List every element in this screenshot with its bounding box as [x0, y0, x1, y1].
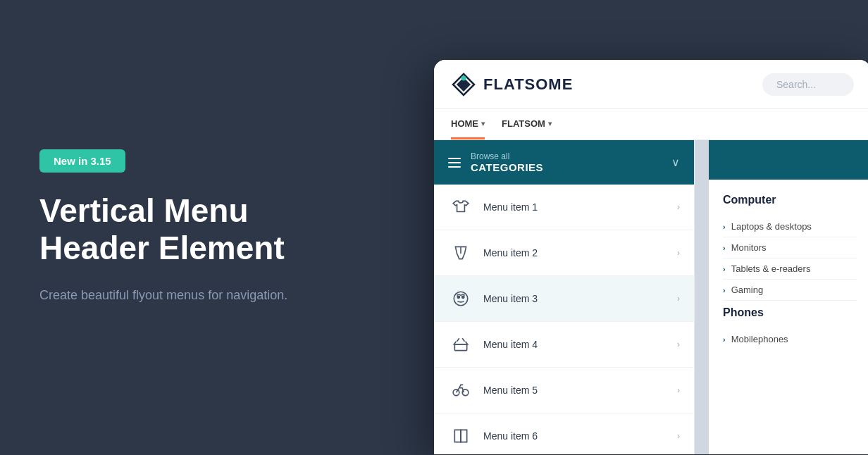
flyout-item-tablets[interactable]: › Tablets & e-readers	[723, 258, 857, 280]
browser-window: FLATSOME Search... HOME ▾ FLATSOM ▾	[434, 60, 868, 454]
nav-flatsome[interactable]: FLATSOM ▾	[502, 109, 552, 139]
phones-section-title: Phones	[723, 306, 857, 319]
nav-flatsome-chevron: ▾	[548, 120, 552, 127]
menu-header[interactable]: Browse all CATEGORIES ∨	[434, 140, 694, 185]
flyout-item-phones[interactable]: › Mobilephones	[723, 329, 857, 349]
flyout-item-monitors[interactable]: › Monitors	[723, 237, 857, 258]
menu-item-4-arrow: ›	[677, 339, 680, 349]
menu-item-1-arrow: ›	[677, 202, 680, 212]
hamburger-icon	[448, 158, 461, 168]
svg-point-5	[457, 296, 459, 298]
svg-point-4	[454, 292, 468, 306]
side-accent	[695, 140, 709, 454]
menu-item-5-arrow: ›	[677, 385, 680, 395]
svg-rect-7	[454, 344, 466, 351]
menu-item-3-label: Menu item 3	[483, 293, 677, 304]
left-panel: New in 3.15 Vertical Menu Header Element…	[0, 0, 434, 455]
main-title: Vertical Menu Header Element	[39, 192, 392, 267]
menu-item-2[interactable]: Menu item 2 ›	[434, 230, 694, 276]
menu-dropdown-chevron: ∨	[671, 156, 680, 169]
menu-item-4-label: Menu item 4	[483, 339, 677, 350]
computer-section-title: Computer	[723, 194, 857, 206]
basket-icon	[448, 332, 473, 357]
menu-item-2-label: Menu item 2	[483, 247, 677, 258]
flyout-header	[709, 140, 868, 180]
logo-icon	[451, 72, 476, 97]
menu-item-3-arrow: ›	[677, 294, 680, 304]
face-icon	[448, 286, 473, 311]
menu-item-6-label: Menu item 6	[483, 430, 677, 442]
subtitle: Create beautiful flyout menus for naviga…	[39, 286, 307, 306]
search-box[interactable]: Search...	[762, 73, 854, 96]
bike-icon	[448, 378, 473, 403]
nav-home-chevron: ▾	[481, 120, 485, 127]
flyout-item-laptops[interactable]: › Laptops & desktops	[723, 216, 857, 237]
main-content: Browse all CATEGORIES ∨ Menu item 1 ›	[434, 140, 868, 454]
shirt-icon	[448, 194, 473, 220]
menu-item-3[interactable]: Menu item 3 ›	[434, 276, 694, 322]
right-panel: FLATSOME Search... HOME ▾ FLATSOM ▾	[434, 0, 868, 455]
menu-item-6-arrow: ›	[677, 431, 680, 441]
nav-bar: HOME ▾ FLATSOM ▾	[434, 109, 868, 140]
menu-item-2-arrow: ›	[677, 248, 680, 258]
svg-line-8	[457, 338, 459, 341]
vertical-menu: Browse all CATEGORIES ∨ Menu item 1 ›	[434, 140, 695, 454]
flyout-content: Computer › Laptops & desktops › Monitors…	[709, 180, 868, 363]
new-badge: New in 3.15	[39, 149, 125, 173]
svg-point-2	[461, 75, 466, 80]
menu-item-5[interactable]: Menu item 5 ›	[434, 368, 694, 413]
book-icon	[448, 423, 473, 449]
flyout-panel: Computer › Laptops & desktops › Monitors…	[709, 140, 868, 454]
menu-item-4[interactable]: Menu item 4 ›	[434, 322, 694, 368]
menu-item-1[interactable]: Menu item 1 ›	[434, 185, 694, 230]
browse-all-text: Browse all	[471, 151, 543, 161]
menu-item-6[interactable]: Menu item 6 ›	[434, 413, 694, 454]
pants-icon	[448, 240, 473, 266]
svg-line-9	[462, 338, 464, 341]
nav-home[interactable]: HOME ▾	[451, 109, 485, 139]
logo-area: FLATSOME	[451, 72, 573, 97]
svg-point-6	[462, 296, 464, 298]
site-header: FLATSOME Search...	[434, 60, 868, 109]
flyout-item-gaming[interactable]: › Gaming	[723, 280, 857, 301]
logo-text: FLATSOME	[483, 75, 573, 94]
menu-item-1-label: Menu item 1	[483, 201, 677, 213]
menu-item-5-label: Menu item 5	[483, 385, 677, 396]
categories-text: CATEGORIES	[471, 161, 543, 173]
